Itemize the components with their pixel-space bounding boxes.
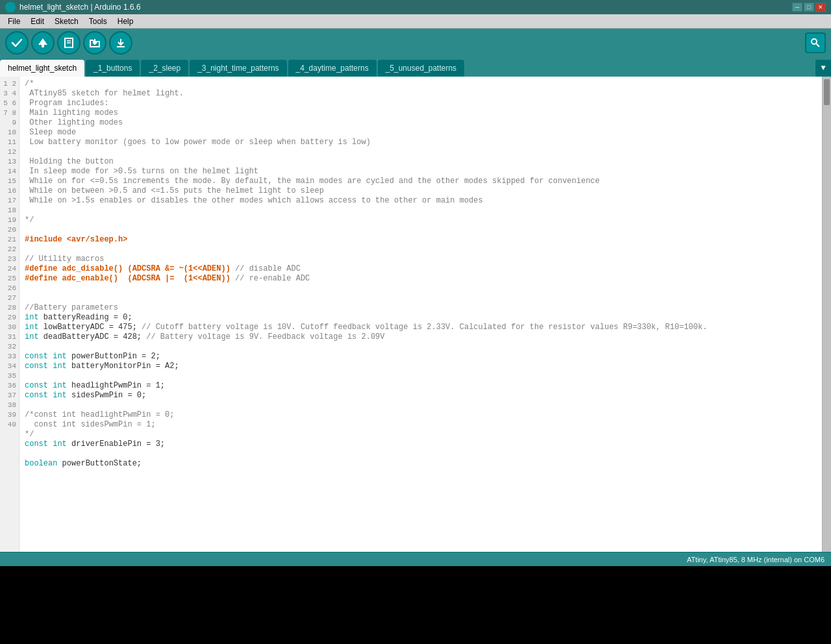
svg-line-9 (817, 44, 820, 47)
tab-2-sleep[interactable]: _2_sleep (141, 60, 188, 77)
verify-button[interactable] (5, 31, 29, 55)
menu-edit[interactable]: Edit (25, 16, 49, 27)
maximize-button[interactable]: □ (804, 3, 814, 12)
window-controls: ─ □ ✕ (792, 3, 826, 12)
svg-marker-0 (38, 38, 47, 45)
title-bar: helmet_light_sketch | Arduino 1.6.6 ─ □ … (0, 0, 831, 14)
svg-rect-1 (42, 45, 44, 47)
menu-tools[interactable]: Tools (84, 16, 112, 27)
close-button[interactable]: ✕ (815, 3, 826, 12)
code-editor[interactable]: /* ATtiny85 sketch for helmet light. Pro… (19, 77, 822, 552)
tab-5-unused-patterns[interactable]: _5_unused_patterns (378, 60, 464, 77)
upload-button[interactable] (31, 31, 55, 55)
toolbar (0, 29, 831, 57)
save-button[interactable] (109, 31, 132, 55)
app-icon (5, 2, 16, 12)
scrollbar-thumb[interactable] (824, 79, 830, 105)
new-button[interactable] (57, 31, 81, 55)
tab-1-buttons[interactable]: _1_buttons (86, 60, 140, 77)
tab-4-daytime-patterns[interactable]: _4_daytime_patterns (288, 60, 377, 77)
status-bar: ATtiny, ATtiny85, 8 MHz (internal) on CO… (0, 552, 831, 566)
search-button[interactable] (805, 32, 826, 53)
editor-container: 1 2 3 4 5 6 7 8 9 10 11 12 13 14 15 16 1… (0, 77, 831, 552)
open-button[interactable] (83, 31, 106, 55)
console-area (0, 566, 831, 644)
menu-sketch[interactable]: Sketch (49, 16, 84, 27)
vertical-scrollbar[interactable] (822, 77, 831, 552)
title-text: helmet_light_sketch | Arduino 1.6.6 (19, 3, 792, 12)
tab-dropdown-button[interactable]: ▼ (815, 60, 831, 77)
menu-file[interactable]: File (3, 16, 25, 27)
menu-help[interactable]: Help (112, 16, 139, 27)
tab-helmet-light-sketch[interactable]: helmet_light_sketch (0, 60, 84, 77)
svg-point-8 (812, 39, 817, 44)
line-numbers: 1 2 3 4 5 6 7 8 9 10 11 12 13 14 15 16 1… (0, 77, 19, 552)
tab-3-night-time-patterns[interactable]: _3_night_time_patterns (190, 60, 286, 77)
menu-bar: File Edit Sketch Tools Help (0, 14, 831, 29)
status-text: ATtiny, ATtiny85, 8 MHz (internal) on CO… (687, 556, 825, 564)
minimize-button[interactable]: ─ (792, 3, 802, 12)
tabs-bar: helmet_light_sketch _1_buttons _2_sleep … (0, 57, 831, 77)
